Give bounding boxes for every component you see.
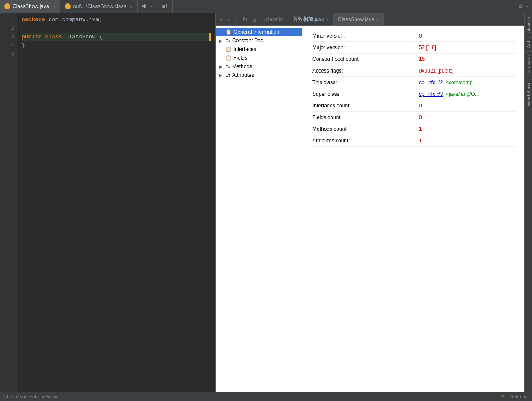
tree-item-interfaces[interactable]: 📋 Interfaces	[216, 45, 302, 54]
gear-icon[interactable]: ⚙	[518, 3, 523, 9]
top-tab-bar: ClassShow.java × out\...\ClassShow.class…	[0, 0, 532, 13]
info-value-fields-count: 0	[419, 114, 422, 120]
refresh-button[interactable]: ↻	[241, 15, 249, 24]
bottom-url: https://blog.csdn.net/wow_...	[4, 394, 64, 399]
info-row-major: Major version: 52 [1.8]	[311, 42, 516, 54]
jclass-nav: × ‹ › ↻ ⌂	[216, 15, 260, 24]
super-class-value: <java/lang/O...	[444, 91, 479, 97]
info-label-cp-count: Constant pool count:	[311, 54, 417, 65]
home-button[interactable]: ⌂	[251, 15, 258, 24]
tree-arrow-methods: ▶	[219, 64, 224, 69]
info-panel: Minor version: 0 Major version: 52 [1.8]…	[302, 26, 524, 392]
tree-item-attributes[interactable]: ▶ 🗂 Attributes	[216, 71, 302, 79]
info-row-methods-count: Methods count: 1	[311, 123, 516, 135]
info-row-access: Access flags: 0x0021 [public]	[311, 65, 516, 77]
tab-actions: ⚙ −	[515, 3, 532, 9]
sidebar-tab-wordbook[interactable]: Word Book	[525, 79, 532, 110]
info-label-attr-count: Attributes count:	[311, 135, 417, 147]
tree-arrow-attributes: ▶	[219, 73, 224, 78]
close-jclass-tab1[interactable]: ×	[326, 17, 329, 22]
tab-classshow-java[interactable]: ClassShow.java ×	[0, 0, 60, 13]
tree-item-general[interactable]: 📋 General Information	[216, 28, 302, 36]
tab-list[interactable]: ≡1	[157, 0, 173, 13]
tree-doc-icon-general: 📋	[225, 29, 232, 35]
code-line-1: package com.company.jvm;	[22, 16, 211, 24]
tab-classshow-class[interactable]: out\...\ClassShow.class ×	[60, 0, 138, 13]
minimize-icon[interactable]: −	[526, 3, 529, 9]
tree-folder-icon-constant: 🗂	[225, 38, 230, 44]
info-value-access: 0x0021 [public]	[419, 68, 454, 74]
close-jclass-tab2[interactable]: ×	[376, 17, 379, 22]
jclass-content: 📋 General Information ▶ 🗂 Constant Pool …	[216, 26, 524, 392]
info-label-minor: Minor version:	[311, 30, 417, 42]
close-jclass-button[interactable]: ×	[217, 15, 224, 24]
close-tab1-button[interactable]: ×	[53, 4, 56, 9]
code-line-3: public class ClassShow {	[22, 33, 211, 41]
this-class-value: <com/comp...	[444, 79, 477, 85]
tree-doc-icon-fields: 📋	[225, 55, 232, 61]
info-table: Minor version: 0 Major version: 52 [1.8]…	[311, 30, 516, 147]
sidebar-tab-database[interactable]: Database	[525, 51, 532, 79]
info-row-super-class: Super class: cp_info #3 <java/lang/O...	[311, 88, 516, 100]
java-file-icon	[4, 3, 10, 9]
tree-item-constant-pool[interactable]: ▶ 🗂 Constant Pool	[216, 36, 302, 45]
close-tab3-button[interactable]: ×	[150, 4, 153, 9]
jclass-bar: × ‹ › ↻ ⌂ jclasslib: 两数相加.java × ClassSh…	[216, 13, 524, 26]
jclass-tab-classshow[interactable]: ClassShow.java ×	[334, 13, 384, 26]
info-value-major: 52 [1.8]	[419, 44, 436, 51]
info-value-attr-count: 1	[419, 138, 422, 144]
tree-folder-icon-attributes: 🗂	[225, 72, 230, 78]
info-row-iface-count: Interfaces count: 0	[311, 100, 516, 112]
close-tab2-button[interactable]: ×	[130, 4, 133, 9]
sidebar-tab-ant[interactable]: Ant	[525, 37, 532, 52]
info-row-fields-count: Fields count: 0	[311, 112, 516, 123]
info-label-major: Major version:	[311, 42, 417, 54]
tree-folder-icon-methods: 🗂	[225, 63, 230, 69]
info-row-minor: Minor version: 0	[311, 30, 516, 42]
info-value-iface-count: 0	[419, 103, 422, 109]
jclass-tab-liangshuxiangjia[interactable]: 两数相加.java ×	[288, 13, 334, 26]
class-file-icon	[65, 3, 71, 9]
event-log-label: Event Log	[506, 394, 528, 399]
tab-extra[interactable]: ✱ ×	[138, 0, 157, 13]
info-label-super-class: Super class:	[311, 88, 417, 100]
super-class-link[interactable]: cp_info #3	[419, 91, 443, 97]
tree-item-fields[interactable]: 📋 Fields	[216, 54, 302, 62]
code-panel: 1 2 3 4 5 package com.company.jvm; publi…	[0, 13, 216, 401]
back-button[interactable]: ‹	[226, 15, 232, 24]
info-label-this-class: This class:	[311, 77, 417, 88]
line-numbers: 1 2 3 4 5	[0, 13, 17, 392]
sidebar-tab-jclasslib[interactable]: jclasslib	[525, 13, 532, 37]
code-content: 1 2 3 4 5 package com.company.jvm; publi…	[0, 13, 215, 392]
code-line-4: }	[22, 41, 211, 50]
this-class-link[interactable]: cp_info #2	[419, 79, 443, 85]
info-row-attr-count: Attributes count: 1	[311, 135, 516, 147]
jclass-area: × ‹ › ↻ ⌂ jclasslib: 两数相加.java × ClassSh…	[216, 13, 524, 401]
tree-doc-icon-interfaces: 📋	[225, 46, 232, 52]
tree-item-methods[interactable]: ▶ 🗂 Methods	[216, 62, 302, 71]
main-layout: 1 2 3 4 5 package com.company.jvm; publi…	[0, 13, 532, 401]
code-line-5	[22, 50, 211, 59]
info-row-cp-count: Constant pool count: 16	[311, 54, 516, 65]
bottom-status-bar: https://blog.csdn.net/wow_... ⚠ Event Lo…	[0, 392, 532, 401]
info-value-minor: 0	[419, 33, 422, 39]
right-sidebar: jclasslib Ant Database Word Book	[524, 13, 532, 401]
jclass-prefix: jclasslib:	[260, 16, 288, 22]
forward-button[interactable]: ›	[233, 15, 239, 24]
code-line-2	[22, 24, 211, 33]
info-row-this-class: This class: cp_info #2 <com/comp...	[311, 77, 516, 88]
info-label-fields-count: Fields count:	[311, 112, 417, 123]
info-label-iface-count: Interfaces count:	[311, 100, 417, 112]
tree-arrow-constant: ▶	[219, 38, 224, 43]
warning-icon: ⚠	[500, 394, 504, 399]
info-label-access: Access flags:	[311, 65, 417, 77]
info-value-methods-count: 1	[419, 126, 422, 132]
code-lines[interactable]: package com.company.jvm; public class Cl…	[17, 13, 215, 392]
info-value-cp-count: 16	[419, 56, 425, 62]
info-label-methods-count: Methods count:	[311, 123, 417, 135]
event-log-area[interactable]: ⚠ Event Log	[500, 394, 528, 399]
tree-panel: 📋 General Information ▶ 🗂 Constant Pool …	[216, 26, 302, 392]
